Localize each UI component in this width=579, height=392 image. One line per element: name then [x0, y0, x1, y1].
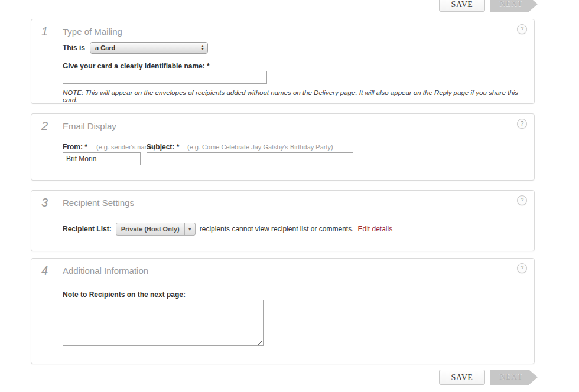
- subject-hint: (e.g. Come Celebrate Jay Gatsby's Birthd…: [187, 143, 333, 151]
- help-icon[interactable]: ?: [517, 119, 527, 129]
- note-to-recipients-label: Note to Recipients on the next page:: [63, 290, 186, 299]
- help-icon[interactable]: ?: [517, 195, 527, 205]
- section-title: Type of Mailing: [63, 27, 122, 37]
- mailing-type-row: This is a Card ▲ ▼: [63, 42, 208, 54]
- subject-input[interactable]: [147, 152, 353, 165]
- help-icon[interactable]: ?: [517, 24, 527, 34]
- recipient-list-label: Recipient List:: [63, 225, 112, 233]
- card-name-label: Give your card a clearly identifiable na…: [63, 62, 210, 70]
- edit-details-link[interactable]: Edit details: [358, 225, 393, 233]
- section-recipient-settings: 3 Recipient Settings ? Recipient List: P…: [31, 190, 535, 251]
- recipient-list-row: Recipient List: Private (Host Only) ▼ re…: [63, 223, 392, 236]
- section-number: 2: [41, 119, 48, 133]
- card-name-input[interactable]: [63, 71, 267, 84]
- mailing-type-select[interactable]: a Card ▲ ▼: [90, 42, 208, 54]
- chevron-down-icon: ▼: [184, 223, 195, 235]
- next-button[interactable]: NEXT: [490, 0, 538, 12]
- note-to-recipients-textarea[interactable]: [63, 300, 264, 346]
- subject-label: Subject: *: [147, 143, 179, 151]
- mailing-type-selected-value: a Card: [95, 44, 201, 51]
- save-button[interactable]: SAVE: [439, 0, 485, 12]
- bottom-action-bar: SAVE NEXT: [439, 370, 538, 385]
- save-button[interactable]: SAVE: [439, 370, 485, 385]
- top-action-bar: SAVE NEXT: [439, 0, 538, 12]
- select-stepper-icon: ▲ ▼: [201, 45, 204, 51]
- recipient-list-select[interactable]: Private (Host Only) ▼: [116, 223, 196, 236]
- section-number: 3: [41, 196, 48, 210]
- mailing-note-text: NOTE: This will appear on the envelopes …: [63, 89, 529, 103]
- help-icon[interactable]: ?: [517, 263, 527, 273]
- recipient-list-selected-value: Private (Host Only): [116, 223, 184, 235]
- from-input[interactable]: [63, 152, 141, 165]
- section-title: Recipient Settings: [63, 198, 134, 208]
- section-additional-information: 4 Additional Information ? Note to Recip…: [31, 258, 535, 364]
- next-button[interactable]: NEXT: [490, 370, 538, 385]
- this-is-label: This is: [63, 44, 85, 52]
- section-number: 1: [41, 25, 48, 38]
- section-title: Additional Information: [63, 266, 148, 276]
- chevron-down-icon: ▼: [201, 48, 204, 51]
- section-number: 4: [41, 264, 48, 277]
- section-type-of-mailing: 1 Type of Mailing ? This is a Card ▲ ▼ G…: [31, 19, 535, 104]
- from-label: From: *: [63, 143, 87, 151]
- section-title: Email Display: [63, 121, 116, 131]
- section-email-display: 2 Email Display ? From: * (e.g. sender's…: [31, 113, 535, 181]
- recipient-list-note: recipients cannot view recipient list or…: [200, 225, 354, 233]
